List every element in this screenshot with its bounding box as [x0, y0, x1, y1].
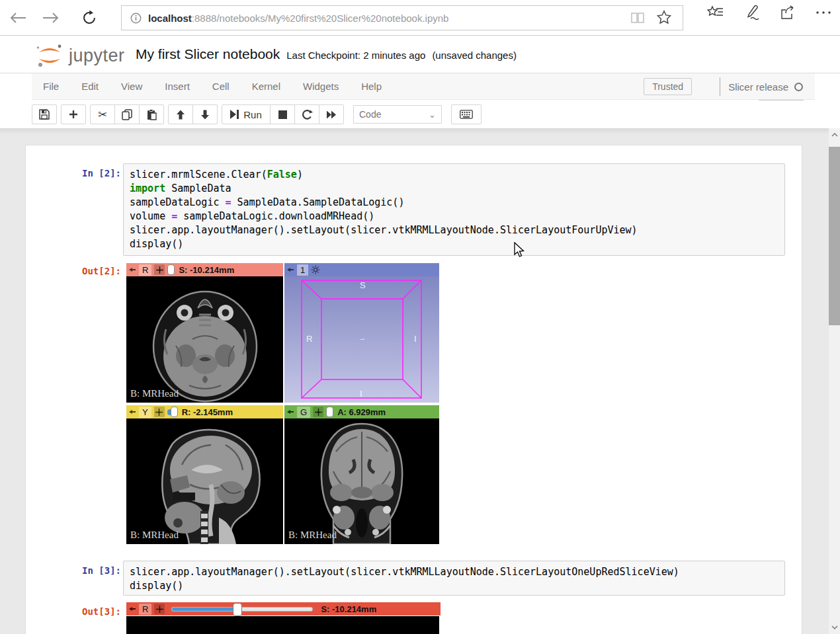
info-icon[interactable] — [130, 13, 142, 24]
notebook-toolbar: ✂ Run — [0, 100, 840, 128]
green-slice-view-coronal: B: MRHead — [284, 418, 439, 544]
volume-label: B: MRHead — [288, 530, 337, 541]
code-line: slicer.mrmlScene.Clear(False) — [130, 168, 778, 182]
green-slice-slider-handle[interactable] — [326, 407, 333, 417]
code-line: slicer.app.layoutManager().setLayout(sli… — [130, 565, 778, 579]
move-cell-down-button[interactable] — [192, 104, 218, 124]
checkpoint-status: Last Checkpoint: 2 minutes ago — [286, 50, 425, 61]
red-slice-offset: S: -10.214mm — [321, 604, 376, 614]
kernel-status-icon — [794, 83, 803, 91]
scrollbar-thumb[interactable] — [829, 147, 840, 325]
unsaved-changes-status: (unsaved changes) — [432, 50, 517, 61]
plus-icon — [69, 110, 78, 119]
yellow-slice-slider-handle[interactable] — [171, 407, 178, 417]
green-slice-letter: G — [297, 407, 310, 418]
pin-icon[interactable] — [286, 408, 294, 416]
run-cell-button[interactable]: Run — [222, 104, 271, 124]
slice-offset-slider[interactable] — [171, 607, 313, 612]
pin-icon[interactable] — [128, 605, 136, 613]
stop-icon — [278, 110, 287, 119]
menu-item-insert[interactable]: Insert — [153, 73, 201, 100]
menu-item-help[interactable]: Help — [350, 73, 393, 100]
copy-cell-button[interactable] — [114, 104, 140, 124]
scroll-down-icon[interactable] — [829, 621, 840, 634]
threed-view-id: 1 — [297, 264, 308, 276]
volume-label: B: MRHead — [130, 388, 179, 399]
axis-label-inferior-b: I — [360, 389, 362, 399]
browser-window: localhost:8888/notebooks/My%20first%20Sl… — [0, 0, 840, 634]
forward-icon[interactable] — [40, 7, 62, 28]
back-icon[interactable] — [7, 7, 28, 28]
pin-icon[interactable] — [128, 408, 136, 416]
red-slice-letter: R — [139, 264, 151, 276]
axis-label-inferior-r: I — [414, 334, 417, 344]
code-line: volume = sampleDataLogic.downloadMRHead(… — [130, 210, 778, 223]
pin-icon[interactable] — [286, 266, 294, 274]
jupyter-logo-text: jupyter — [69, 46, 125, 66]
trusted-button[interactable]: Trusted — [644, 78, 692, 95]
coronal-mri-image — [284, 418, 439, 544]
slice-slider-handle[interactable] — [233, 603, 242, 616]
save-button[interactable] — [32, 104, 57, 124]
arrow-down-icon — [200, 110, 210, 120]
pin-icon[interactable] — [128, 266, 136, 274]
address-bar[interactable]: localhost:8888/notebooks/My%20first%20Sl… — [121, 5, 683, 30]
red-slice-controller-large: R S: -10.214mm — [126, 602, 441, 615]
code-cell-3[interactable]: slicer.app.layoutManager().setLayout(sli… — [123, 561, 785, 596]
crosshair-icon[interactable] — [154, 264, 165, 275]
kernel-divider — [720, 77, 720, 96]
share-icon[interactable] — [778, 5, 798, 20]
chevron-down-icon: ⌄ — [429, 110, 436, 120]
code-line: display() — [130, 579, 778, 593]
slider-fill — [172, 608, 237, 611]
menu-item-kernel[interactable]: Kernel — [241, 73, 292, 100]
url-text: localhost:8888/notebooks/My%20first%20Sl… — [148, 13, 448, 24]
cell-type-dropdown[interactable]: Code ⌄ — [353, 105, 442, 124]
vertical-scrollbar[interactable] — [829, 128, 840, 634]
restart-kernel-button[interactable] — [294, 104, 319, 124]
menu-item-edit[interactable]: Edit — [70, 73, 110, 100]
crosshair-icon[interactable] — [154, 604, 165, 614]
code-cell-2[interactable]: slicer.mrmlScene.Clear(False)import Samp… — [123, 163, 785, 256]
menu-item-widgets[interactable]: Widgets — [292, 73, 350, 100]
command-palette-button[interactable] — [451, 104, 482, 124]
notebook-scroll-area[interactable]: In [2]: slicer.mrmlScene.Clear(False)imp… — [0, 128, 840, 634]
crosshair-icon[interactable] — [154, 407, 165, 417]
menu-item-view[interactable]: View — [110, 73, 153, 100]
more-options-icon[interactable] — [814, 5, 833, 20]
orientation-marker-icon[interactable] — [311, 265, 320, 274]
paste-cell-button[interactable] — [139, 104, 164, 124]
arrow-up-icon — [176, 110, 185, 120]
favorites-hub-icon[interactable] — [706, 5, 726, 20]
output-prompt-3: Out[3]: — [40, 606, 121, 617]
red-slice-letter: R — [139, 604, 151, 615]
code-line: sampleDataLogic = SampleData.SampleDataL… — [130, 196, 778, 210]
notebook-page: In [2]: slicer.mrmlScene.Clear(False)imp… — [25, 145, 802, 634]
kernel-name: Slicer release — [728, 81, 788, 93]
menu-item-file[interactable]: File — [32, 73, 70, 100]
scroll-up-icon[interactable] — [829, 128, 840, 141]
save-icon — [39, 109, 50, 120]
cell-type-value: Code — [359, 109, 381, 120]
crosshair-icon[interactable] — [313, 407, 323, 417]
interrupt-kernel-button[interactable] — [270, 104, 295, 124]
add-cell-button[interactable] — [61, 104, 86, 124]
notebook-title[interactable]: My first Slicer notebook — [136, 46, 280, 62]
code-line: display() — [130, 237, 778, 251]
cut-cell-button[interactable]: ✂ — [90, 104, 115, 124]
axial-mri-image — [126, 276, 283, 403]
move-cell-up-button[interactable] — [168, 104, 193, 124]
red-slice-slider-handle[interactable] — [167, 264, 175, 275]
refresh-icon[interactable] — [79, 7, 100, 28]
reading-view-icon[interactable] — [630, 11, 646, 25]
web-note-pen-icon[interactable] — [741, 5, 761, 20]
restart-run-all-button[interactable] — [319, 104, 344, 124]
menu-items: FileEditViewInsertCellKernelWidgetsHelp — [32, 73, 393, 100]
paste-icon — [147, 109, 157, 120]
menu-item-cell[interactable]: Cell — [201, 73, 241, 100]
scissors-icon: ✂ — [98, 108, 107, 122]
jupyter-logo[interactable]: jupyter — [34, 42, 125, 69]
fast-forward-icon — [326, 110, 337, 119]
output-prompt-2: Out[2]: — [40, 266, 121, 276]
favorite-star-icon[interactable] — [656, 9, 672, 25]
